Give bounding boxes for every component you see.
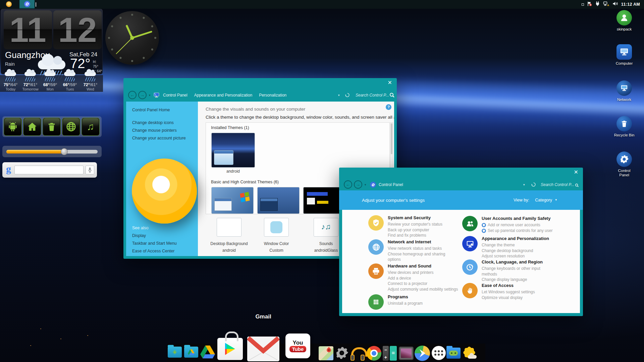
desktop-icon-network[interactable]: Network: [609, 80, 639, 102]
dock-gallery-icon[interactable]: [399, 347, 414, 360]
clock-time[interactable]: 11:12 AM: [621, 2, 642, 7]
dock-play-store-icon[interactable]: [217, 331, 243, 361]
shortcut-label[interactable]: Desktop Background: [202, 241, 256, 246]
launcher-trash-button[interactable]: [43, 118, 61, 136]
ease-of-access-icon[interactable]: [462, 283, 478, 298]
category-link[interactable]: View devices and printers: [388, 270, 458, 276]
action-center-flag-icon[interactable]: [587, 1, 592, 8]
nav-history-chevron-icon[interactable]: [365, 183, 366, 186]
desktop-background-thumbnail[interactable]: [217, 218, 241, 237]
theme-android-thumbnail[interactable]: [211, 133, 255, 168]
desktop-icon-recycle-bin[interactable]: Recycle Bin: [609, 116, 639, 137]
network-internet-icon[interactable]: [368, 239, 384, 255]
sidebar-item-taskbar-start-menu[interactable]: Taskbar and Start Menu: [132, 241, 177, 246]
category-link[interactable]: Set up parental controls for any user: [482, 228, 552, 234]
category-link[interactable]: Review your computer's status: [388, 222, 442, 227]
category-title[interactable]: System and Security: [388, 215, 442, 220]
category-title[interactable]: Clock, Language, and Region: [482, 259, 555, 264]
dock-games-folder-icon[interactable]: [446, 348, 461, 359]
taskbar-home-button[interactable]: [6, 1, 12, 7]
desktop-icon-computer[interactable]: Computer: [609, 44, 639, 66]
system-security-icon[interactable]: [368, 215, 384, 231]
sidebar-item-ease-of-access-center[interactable]: Ease of Access Center: [132, 249, 174, 253]
dock-currents-icon[interactable]: [415, 346, 430, 361]
dock-app-drawer-icon[interactable]: [432, 346, 446, 360]
network-warning-icon[interactable]: [603, 1, 609, 8]
show-hidden-icons-icon[interactable]: [582, 3, 584, 6]
search-box-placeholder[interactable]: Search Control P...: [356, 93, 389, 98]
view-by-value[interactable]: Category: [535, 198, 552, 202]
view-by-caret-icon[interactable]: [555, 198, 557, 201]
back-button[interactable]: [128, 91, 137, 99]
clock-language-icon[interactable]: [462, 259, 478, 275]
volume-track[interactable]: [6, 150, 98, 154]
search-box-placeholder[interactable]: Search Control P...: [541, 182, 574, 187]
launcher-android-button[interactable]: [4, 118, 22, 136]
category-link[interactable]: Change display language: [482, 277, 555, 283]
launcher-browser-button[interactable]: [62, 118, 80, 136]
dock-maps-icon[interactable]: [319, 346, 333, 360]
breadcrumb-control-panel[interactable]: Control Panel: [163, 93, 187, 98]
sounds-thumbnail[interactable]: [314, 218, 338, 237]
category-link[interactable]: Choose homegroup and sharing options: [388, 251, 455, 262]
refresh-icon[interactable]: [531, 182, 536, 188]
dock-google-drive-icon[interactable]: [200, 345, 215, 360]
launcher-music-button[interactable]: [82, 118, 100, 136]
appearance-icon[interactable]: [462, 236, 478, 251]
dock-gmail-icon[interactable]: [247, 337, 279, 361]
category-link[interactable]: Adjust screen resolution: [482, 253, 549, 259]
scrollbar-thumb[interactable]: [391, 123, 392, 154]
volume-knob[interactable]: [61, 148, 68, 155]
window-close-button[interactable]: ✕: [388, 80, 392, 86]
hardware-sound-icon[interactable]: [368, 263, 384, 279]
dock-settings-icon[interactable]: [335, 346, 349, 361]
category-title[interactable]: Hardware and Sound: [388, 263, 458, 268]
mic-button[interactable]: [86, 166, 94, 174]
breadcrumb-appearance[interactable]: Appearance and Personalization: [194, 93, 252, 98]
programs-icon[interactable]: [368, 294, 384, 310]
theme-windows-classic-thumbnail[interactable]: [257, 187, 300, 214]
address-dropdown-icon[interactable]: [338, 94, 340, 97]
back-button[interactable]: [344, 180, 352, 189]
search-input[interactable]: [14, 166, 84, 174]
dock-weather-icon[interactable]: [462, 345, 477, 361]
dock-youtube-icon[interactable]: You Tube: [285, 334, 310, 358]
volume-speaker-icon[interactable]: [612, 1, 618, 7]
category-title[interactable]: Ease of Access: [482, 283, 535, 288]
help-icon[interactable]: [386, 104, 391, 110]
category-title[interactable]: Programs: [388, 294, 423, 299]
category-link[interactable]: Connect to a projector: [388, 281, 458, 287]
sidebar-item-change-desktop-icons[interactable]: Change desktop icons: [132, 120, 174, 125]
category-link[interactable]: Adjust commonly used mobility settings: [388, 287, 458, 292]
category-link[interactable]: Optimize visual display: [482, 295, 535, 301]
category-link[interactable]: Change desktop background: [482, 248, 549, 254]
forward-button[interactable]: [138, 91, 147, 99]
shortcut-label[interactable]: Window Color: [250, 241, 303, 246]
dock-android-folder-icon[interactable]: [168, 347, 182, 358]
refresh-icon[interactable]: [345, 93, 350, 99]
desktop-icon-skinpack[interactable]: skinpack: [609, 10, 639, 32]
category-link[interactable]: View network status and tasks: [388, 246, 455, 251]
category-link[interactable]: Change keyboards or other input methods: [482, 266, 555, 277]
category-link[interactable]: Uninstall a program: [388, 301, 423, 306]
theme-windows7-basic-thumbnail[interactable]: [211, 187, 254, 214]
taskbar-active-app-settings[interactable]: [19, 0, 35, 9]
sidebar-item-change-account-picture[interactable]: Change your account picture: [132, 136, 186, 140]
search-magnifier-icon[interactable]: [575, 183, 579, 189]
power-plug-icon[interactable]: [595, 1, 600, 8]
category-link[interactable]: Let Windows suggest settings: [482, 289, 535, 295]
launcher-home-button[interactable]: [23, 118, 41, 136]
sidebar-item-change-mouse-pointers[interactable]: Change mouse pointers: [132, 128, 177, 133]
window-color-thumbnail[interactable]: [264, 218, 289, 237]
forward-button[interactable]: [354, 180, 362, 189]
category-title[interactable]: User Accounts and Family Safety: [482, 216, 552, 221]
category-link[interactable]: Add a device: [388, 276, 458, 281]
category-link[interactable]: Change the theme: [482, 242, 549, 248]
window-close-button[interactable]: ✕: [574, 169, 578, 175]
nav-history-chevron-icon[interactable]: [149, 94, 151, 97]
dock-calculator-icon[interactable]: [383, 346, 397, 361]
search-magnifier-icon[interactable]: [389, 93, 395, 99]
dock-drive-folder-icon[interactable]: [184, 347, 198, 358]
category-link[interactable]: Back up your computer: [388, 227, 442, 233]
category-link[interactable]: Add or remove user accounts: [482, 222, 552, 228]
